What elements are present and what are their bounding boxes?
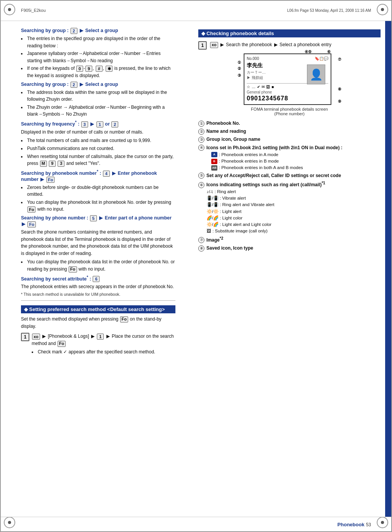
step-number-1-right: 1 bbox=[198, 41, 207, 50]
icon-ab: AB bbox=[211, 165, 217, 171]
key-2-group2: 2 bbox=[71, 82, 77, 88]
circle-num-7: ⑦ bbox=[198, 237, 204, 243]
frequency-body: Displayed in the order of number of call… bbox=[21, 129, 175, 136]
setting-step1-row: 1 xo ▶ [Phonebook & Logs] ▶ 1 ▶ Place th… bbox=[21, 333, 175, 358]
screen-text-block: 李先生 カーＴー… ▶ 飛群組 bbox=[247, 61, 266, 82]
section-searching-by-secret: Searching by secret attribute* : 6 The p… bbox=[21, 275, 175, 297]
bullet-item: When resetting total number of calls/mai… bbox=[26, 153, 175, 167]
annotation-name-reading: ② Name and reading bbox=[198, 128, 381, 135]
circle-num-1: ① bbox=[198, 121, 204, 127]
section-setting-preferred-search: ◆ Setting preferred search method <Defau… bbox=[21, 305, 175, 358]
annotation-group-icon: ③ Group icon, Group name bbox=[198, 136, 381, 143]
circle-label-3: ③ bbox=[238, 73, 241, 77]
checking-heading: ◆ Checking phonebook details bbox=[198, 29, 381, 37]
bullet-list-group-2: The address book data within the same gr… bbox=[26, 89, 175, 118]
annotation-image: ⑦ Image*2 bbox=[198, 235, 381, 244]
setting-body: Set the search method displayed when pre… bbox=[21, 316, 175, 330]
section-searching-by-group-1: Searching by group : 2 ▶ Select a group … bbox=[21, 28, 175, 79]
bullet-item: Zeroes before single- or double-digit ph… bbox=[26, 184, 175, 198]
step1-content: xo ▶ [Phonebook & Logs] ▶ 1 ▶ Place the … bbox=[32, 333, 175, 358]
search-heading-group-2: Searching by group : 2 ▶ Select a group bbox=[21, 82, 175, 88]
screen-avatar: 👤 bbox=[307, 64, 325, 84]
search-heading-frequency: Searching by frequency* : 3 ▶ 1 or 2 bbox=[21, 120, 175, 127]
ring-icon-entry-3: 📳/📳 : Ring alert and Vibrate alert bbox=[207, 202, 381, 208]
ring-icon-entry-7: 🖼 : Substitute image (call only) bbox=[207, 228, 381, 234]
secret-footnote: * This search method is unavailable for … bbox=[21, 292, 175, 297]
section-searching-by-frequency: Searching by frequency* : 3 ▶ 1 or 2 Dis… bbox=[21, 120, 175, 167]
bullet-item: The entries in the specified group are d… bbox=[26, 35, 175, 49]
bullet-list-group-1: The entries in the specified group are d… bbox=[26, 35, 175, 79]
bullet-item: You can display the phonebook data list … bbox=[26, 258, 175, 272]
bullet-item: The total numbers of calls and mails are… bbox=[26, 137, 175, 144]
step-number-1: 1 bbox=[21, 333, 29, 341]
header-title: F905i_E2kou bbox=[21, 8, 46, 13]
circle-label-2: ② bbox=[238, 66, 241, 71]
annotation-ring-icons: ⑥ Icons indicating settings such as ring… bbox=[198, 180, 381, 235]
annotation-phonebook-no: ① Phonebook No. bbox=[198, 120, 381, 127]
bullet-list-phone-number: You can display the phonebook data list … bbox=[26, 258, 175, 272]
ring-icon-entry-2: 📳/📳 : Vibrate alert bbox=[207, 195, 381, 202]
annotation-icons-2in1: ④ Icons set in Ph.book 2in1 setting (wit… bbox=[198, 144, 381, 171]
sub-annotation-ring-icons: ♪/♫ : Ring alert 📳/📳 : Vibrate alert 📳/📳… bbox=[207, 189, 381, 235]
right-column: ◆ Checking phonebook details 1 xo ▶ Sear… bbox=[187, 21, 392, 517]
bullet-list-phonebook-number: Zeroes before single- or double-digit ph… bbox=[26, 184, 175, 213]
annotation-accept-reject: ⑤ Set any of Accept/Reject call, Caller … bbox=[198, 172, 381, 179]
screen-no: No.000 bbox=[247, 56, 259, 61]
search-heading-phonebook-number: Searching by phonebook number* : 4 ▶ Ent… bbox=[21, 169, 175, 183]
section-searching-by-phone-number: Searching by phone number : 5 ▶ Enter pa… bbox=[21, 215, 175, 273]
bullet-item: Check mark ✓ appears after the specified… bbox=[37, 348, 175, 356]
main-content: Searching by group : 2 ▶ Select a group … bbox=[0, 21, 392, 517]
bullet-item: The Zhuyin order → Alphabetical order→Nu… bbox=[26, 104, 175, 118]
phone-number-body: Search the phone numbers containing the … bbox=[21, 229, 175, 257]
footer-label: Phonebook bbox=[337, 522, 365, 527]
bullet-list-frequency: The total numbers of calls and mails are… bbox=[26, 137, 175, 167]
header: F905i_E2kou L06.fm Page 53 Monday, April… bbox=[0, 0, 392, 21]
ring-icon-entry-1: ♪/♫ : Ring alert bbox=[207, 189, 381, 195]
bullet-item: If one of the keypads of 0-9, #, ✱ is pr… bbox=[26, 65, 175, 79]
screen-caption: FOMA terminal phonebook details screen(P… bbox=[251, 107, 328, 116]
section-searching-by-group-2: Searching by group : 2 ▶ Select a group … bbox=[21, 82, 175, 118]
circle-label-9: ⑨ bbox=[338, 99, 341, 103]
bullet-item: Japanese syllabary order→Alphabetical or… bbox=[26, 50, 175, 64]
search-heading-phone-number: Searching by phone number : 5 ▶ Enter pa… bbox=[21, 215, 175, 227]
key-2-group1: 2 bbox=[71, 28, 77, 34]
screen-label: General phone bbox=[247, 90, 328, 94]
phonebook-screen-wrapper: ④⑤ ⑥ ① ② ③ ⑦ ⑧ ⑨ No.000 🔖📋💬 bbox=[198, 53, 381, 116]
screen-kana: カーＴー… bbox=[247, 70, 266, 75]
annotation-list: ① Phonebook No. ② Name and reading ③ Gro… bbox=[198, 120, 381, 252]
header-date: L06.fm Page 53 Monday, April 21, 2008 11… bbox=[287, 8, 371, 13]
footer-page-number: 53 bbox=[366, 522, 371, 527]
circle-num-8: ⑧ bbox=[198, 245, 204, 251]
screen-top-bar: No.000 🔖📋💬 bbox=[247, 56, 328, 61]
bullet-item: You can display the phonebook list in ph… bbox=[26, 199, 175, 213]
icon-a: A bbox=[211, 152, 217, 157]
circle-label-7: ⑦ bbox=[338, 57, 341, 61]
footer: Phonebook 53 bbox=[0, 517, 392, 532]
circle-num-6: ⑥ bbox=[198, 182, 204, 188]
step1-right-content: xo ▶ Search the phonebook ▶ Select a pho… bbox=[210, 41, 331, 48]
ring-icon-entry-4: 🔆/🔆 : Light alert bbox=[207, 208, 381, 215]
phonebook-screen: No.000 🔖📋💬 李先生 カーＴー… ▶ 飛群組 👤 bbox=[244, 53, 331, 105]
divider bbox=[21, 300, 175, 301]
search-heading-group-1: Searching by group : 2 ▶ Select a group bbox=[21, 28, 175, 34]
circle-num-3: ③ bbox=[198, 137, 204, 143]
sub-annotation-2in1: A : Phonebook entries in A mode B : Phon… bbox=[207, 152, 381, 171]
search-heading-secret: Searching by secret attribute* : 6 bbox=[21, 275, 175, 282]
left-column: Searching by group : 2 ▶ Select a group … bbox=[0, 21, 187, 517]
setting-bullet-list: Check mark ✓ appears after the specified… bbox=[37, 348, 175, 356]
screen-name: 李先生 bbox=[247, 62, 266, 69]
screen-top-icons: 🔖📋💬 bbox=[315, 56, 328, 61]
bullet-item: PushTalk communications are not counted. bbox=[26, 145, 175, 152]
icon-entry-ab: AB : Phonebook entries in both A and B m… bbox=[211, 164, 381, 171]
right-column-accent bbox=[385, 21, 392, 517]
ring-icon-entry-5: 🌈/🌈 : Light color bbox=[207, 215, 381, 221]
circle-label-8: ⑧ bbox=[338, 87, 341, 91]
step-1-row: 1 xo ▶ Search the phonebook ▶ Select a p… bbox=[198, 41, 381, 50]
circle-num-4: ④ bbox=[198, 145, 204, 151]
checking-phonebook-details: ◆ Checking phonebook details 1 xo ▶ Sear… bbox=[198, 29, 381, 252]
annotation-saved-icon: ⑧ Saved icon, Icon type bbox=[198, 245, 381, 252]
icon-entry-b: B : Phonebook entries in B mode bbox=[211, 158, 381, 164]
screen-container: ④⑤ ⑥ ① ② ③ ⑦ ⑧ ⑨ No.000 🔖📋💬 bbox=[244, 53, 335, 105]
icon-entry-a: A : Phonebook entries in A mode bbox=[211, 152, 381, 158]
secret-body: The phonebook entries with secrecy appea… bbox=[21, 283, 175, 290]
